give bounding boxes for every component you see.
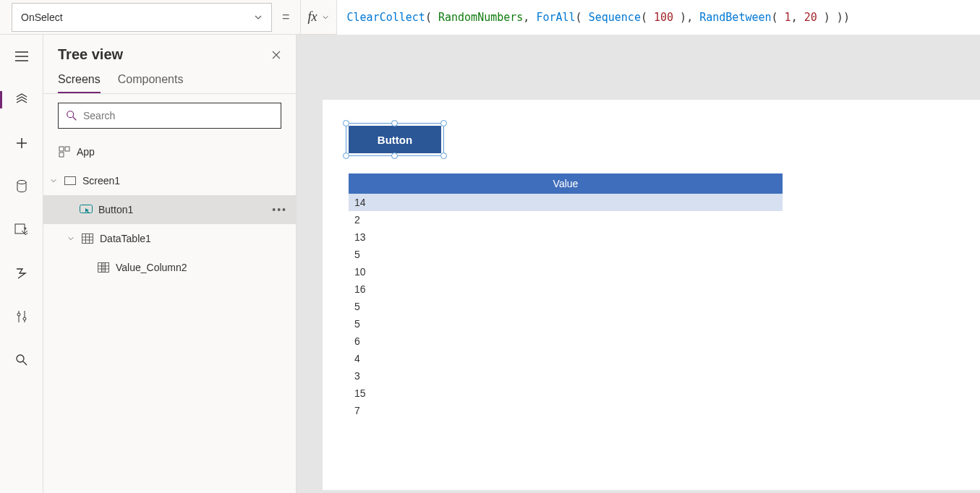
app-icon [58,146,71,158]
table-row[interactable]: 7 [349,402,783,419]
table-row[interactable]: 5 [349,298,783,315]
hamburger-menu-icon[interactable] [4,43,39,69]
svg-rect-7 [65,147,69,151]
chevron-down-icon[interactable] [67,235,75,242]
formula-token: ForAll [536,11,575,24]
top-bar: OnSelect = fx ClearCollect( RandomNumber… [0,0,980,35]
canvas-area: Button Value 142135101655643157 [297,35,980,493]
table-row[interactable]: 14 [349,194,783,211]
button-label[interactable]: Button [349,126,441,153]
svg-rect-11 [82,234,93,244]
svg-point-3 [23,317,26,320]
datatable-header[interactable]: Value [349,173,783,194]
svg-point-5 [67,111,74,118]
table-row[interactable]: 6 [349,333,783,350]
svg-point-4 [17,355,24,362]
tree-item-label: Screen1 [82,175,120,187]
formula-token: ), [673,11,699,24]
canvas-button-control[interactable]: Button [349,126,441,153]
tree-item-datatable[interactable]: DataTable1 [43,224,296,253]
advanced-tools-icon[interactable] [4,304,39,330]
formula-token: Sequence [589,11,641,24]
formula-token: ClearCollect [347,11,425,24]
table-row[interactable]: 16 [349,280,783,298]
datatable-icon [81,233,94,244]
formula-token: ( [641,11,654,24]
formula-token: RandBetween [699,11,771,24]
canvas-datatable-control[interactable]: Value 142135101655643157 [349,173,783,419]
column-icon [97,262,110,273]
tree-view-panel: Tree view Screens Components App [43,35,297,493]
formula-token: RandomNumbers [438,11,523,24]
svg-rect-13 [102,263,106,273]
search-input[interactable] [83,110,273,121]
tree-view-icon[interactable] [4,87,39,113]
property-selector-dropdown[interactable]: OnSelect [12,3,272,32]
fx-icon: fx [308,9,318,25]
formula-token: 100 [654,11,673,24]
tree-item-screen[interactable]: Screen1 [43,166,296,195]
panel-title: Tree view [58,46,123,63]
screen-icon [64,176,77,185]
formula-token: ( [576,11,589,24]
formula-token: ( [772,11,785,24]
search-icon [66,110,77,121]
canvas-screen[interactable]: Button Value 142135101655643157 [323,100,980,490]
svg-rect-9 [65,177,76,185]
chevron-down-icon [254,13,263,22]
tree-item-label: Value_Column2 [116,262,187,273]
tree-item-column[interactable]: Value_Column2 [43,253,296,282]
chevron-down-icon[interactable] [49,177,58,184]
chevron-down-icon [322,14,329,21]
power-automate-icon[interactable] [4,260,39,286]
svg-rect-8 [59,153,64,157]
table-row[interactable]: 5 [349,246,783,263]
search-box[interactable] [58,103,281,129]
more-options-icon[interactable]: ••• [272,204,287,215]
tree-item-label: App [77,146,95,158]
formula-token: 1 [785,11,791,24]
svg-rect-6 [59,147,64,151]
tree-item-label: Button1 [98,204,133,215]
panel-tabs: Screens Components [43,69,296,94]
formula-token: 20 [804,11,817,24]
svg-point-2 [17,313,20,316]
tree-item-button[interactable]: Button1 ••• [43,195,296,224]
formula-token: , [523,11,536,24]
table-row[interactable]: 4 [349,350,783,367]
fx-button[interactable]: fx [300,0,337,35]
close-icon[interactable] [271,50,281,60]
resize-handle-se[interactable] [440,153,447,159]
tree-item-app[interactable]: App [43,137,296,166]
formula-token: ( [425,11,438,24]
resize-handle-sw[interactable] [343,153,349,159]
table-row[interactable]: 3 [349,367,783,385]
table-row[interactable]: 2 [349,211,783,228]
datatable-body: 142135101655643157 [349,194,783,419]
svg-point-0 [17,181,26,184]
resize-handle-ne[interactable] [440,120,447,127]
formula-token: , [791,11,804,24]
equals-label: = [272,9,300,25]
media-icon[interactable] [4,217,39,243]
table-row[interactable]: 10 [349,263,783,280]
table-row[interactable]: 13 [349,228,783,246]
insert-icon[interactable] [4,130,39,156]
data-icon[interactable] [4,173,39,200]
resize-handle-s[interactable] [391,153,398,159]
main-area: Tree view Screens Components App [0,35,980,493]
tab-components[interactable]: Components [118,73,184,93]
formula-token: ) )) [817,11,850,24]
tree-item-label: DataTable1 [100,233,151,244]
property-selector-value: OnSelect [21,12,63,23]
formula-bar[interactable]: ClearCollect( RandomNumbers, ForAll( Seq… [337,0,980,35]
table-row[interactable]: 15 [349,385,783,402]
tab-screens[interactable]: Screens [58,73,101,93]
button-control-icon [80,205,93,215]
left-rail [0,35,43,493]
search-icon[interactable] [4,347,39,373]
table-row[interactable]: 5 [349,315,783,333]
tree: App Screen1 Button1 ••• [43,137,296,493]
